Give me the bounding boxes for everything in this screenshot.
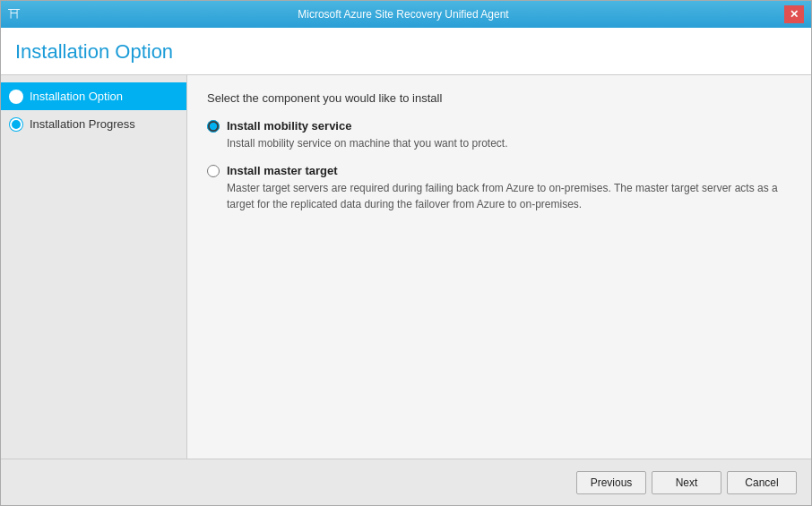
- page-title: Installation Option: [15, 40, 797, 64]
- radio-mobility-service[interactable]: [207, 120, 220, 133]
- title-bar: ⛩ Microsoft Azure Site Recovery Unified …: [1, 1, 811, 28]
- option-master-label-row: Install master target: [207, 164, 791, 177]
- option-master-desc: Master target servers are required durin…: [227, 180, 791, 212]
- option-master-title: Install master target: [227, 164, 338, 177]
- main-window: ⛩ Microsoft Azure Site Recovery Unified …: [0, 0, 812, 506]
- cancel-button[interactable]: Cancel: [727, 471, 797, 494]
- window-title: Microsoft Azure Site Recovery Unified Ag…: [22, 8, 784, 21]
- sidebar: Installation Option Installation Progres…: [1, 75, 187, 459]
- option-mobility-desc: Install mobility service on machine that…: [227, 135, 791, 151]
- sidebar-dot-1: [10, 90, 22, 103]
- main-area: Installation Option Installation Progres…: [1, 75, 811, 459]
- sidebar-label-2: Installation Progress: [30, 117, 135, 131]
- sidebar-item-installation-progress[interactable]: Installation Progress: [1, 110, 186, 138]
- option-mobility-title: Install mobility service: [227, 119, 351, 133]
- content-area: Select the component you would like to i…: [187, 75, 811, 459]
- close-button[interactable]: ✕: [784, 5, 804, 23]
- next-button[interactable]: Next: [652, 471, 721, 494]
- sidebar-label-1: Installation Option: [30, 90, 123, 103]
- sidebar-dot-2: [10, 118, 22, 131]
- sidebar-item-installation-option[interactable]: Installation Option: [1, 82, 186, 110]
- option-mobility-label-row: Install mobility service: [207, 119, 791, 133]
- app-icon: ⛩: [8, 7, 22, 21]
- previous-button[interactable]: Previous: [576, 471, 646, 494]
- option-group: Install mobility service Install mobilit…: [207, 119, 791, 212]
- content-subtitle: Select the component you would like to i…: [207, 91, 791, 105]
- option-master-target: Install master target Master target serv…: [207, 164, 791, 212]
- radio-master-target[interactable]: [207, 165, 220, 177]
- option-mobility-service: Install mobility service Install mobilit…: [207, 119, 791, 151]
- footer: Previous Next Cancel: [1, 459, 811, 505]
- header: Installation Option: [1, 28, 811, 75]
